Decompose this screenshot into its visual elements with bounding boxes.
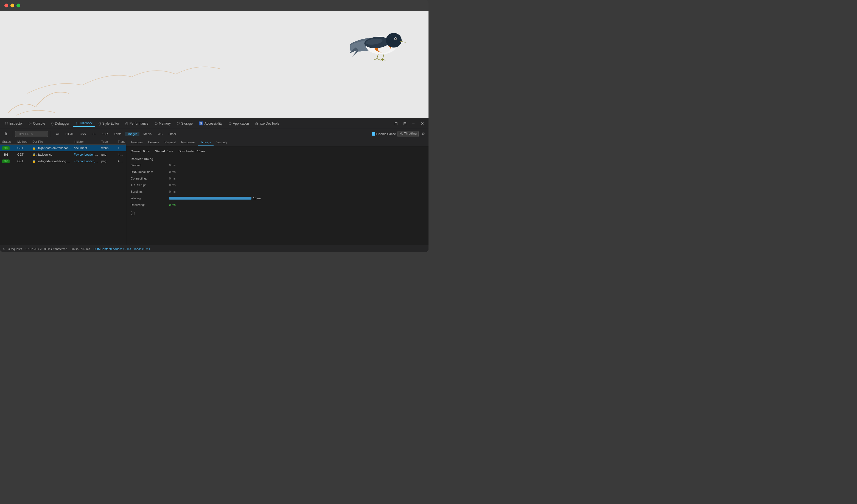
col-method: Method — [16, 139, 31, 145]
filter-html[interactable]: HTML — [63, 132, 76, 136]
started-time: Started: 0 ms — [155, 150, 173, 153]
filter-images[interactable]: Images — [125, 132, 139, 136]
cell-initiator: FaviconLoader.jsm:1… — [73, 152, 100, 157]
more-button[interactable]: ··· — [410, 120, 418, 128]
check-icon: ✓ — [372, 133, 375, 135]
dom-content-loaded[interactable]: DOMContentLoaded: 19 ms — [93, 247, 131, 251]
cell-type: png — [100, 152, 117, 157]
accessibility-icon: ♿ — [199, 121, 203, 125]
cell-status: 302 — [1, 152, 16, 157]
filter-css[interactable]: CSS — [78, 132, 88, 136]
status-badge: 200 — [2, 146, 10, 150]
table-header: Status Method Domain File Initiator Type… — [0, 139, 126, 145]
svg-point-9 — [396, 38, 397, 39]
debugger-icon: {} — [51, 121, 53, 125]
timing-value: 0 ms — [169, 177, 176, 180]
devtools-tabbar: ⬡ Inspector ▷ Console {} Debugger ↑↓ Net… — [0, 118, 428, 129]
tab-headers[interactable]: Headers — [129, 139, 146, 146]
close-devtools-button[interactable]: ✕ — [419, 120, 426, 128]
tab-security[interactable]: Security — [214, 139, 230, 146]
filter-xhr[interactable]: XHR — [99, 132, 110, 136]
timing-row-blocked: Blocked: 0 ms — [131, 163, 424, 168]
load-time[interactable]: load: 45 ms — [134, 247, 150, 251]
lock-icon: 🔒 — [32, 159, 37, 163]
timing-value: 0 ms — [169, 190, 176, 193]
network-toolbar-right: ✓ Disable Cache No Throttling ⚙ — [372, 131, 426, 137]
tab-debugger[interactable]: {} Debugger — [48, 120, 72, 127]
table-row[interactable]: 302 GET 🔒 d88nnwyj5756q.cloudfront.net f… — [0, 151, 126, 158]
status-badge: 302 — [2, 153, 10, 156]
filter-media[interactable]: Media — [141, 132, 154, 136]
tab-network[interactable]: ↑↓ Network — [73, 120, 95, 127]
cell-status: 200 — [1, 159, 16, 164]
cell-type: webp — [100, 146, 117, 150]
table-row[interactable]: 200 GET 🔒 d88nnwyj5756q.cloudfront.net w… — [0, 158, 126, 165]
tab-console[interactable]: ▷ Console — [26, 120, 48, 127]
table-row[interactable]: 200 GET 🔒 d88nnwyj5756q.cloudfront.net f… — [0, 145, 126, 151]
console-icon: ▷ — [29, 121, 32, 125]
timing-summary: Queued: 0 ms Started: 0 ms Downloaded: 1… — [131, 150, 424, 153]
help-icon[interactable]: ⓘ — [131, 211, 424, 216]
timing-row-waiting: Waiting: 16 ms — [131, 196, 424, 201]
cell-method: GET — [16, 152, 31, 157]
minimize-button[interactable] — [11, 3, 14, 7]
col-transferred: Transferred — [117, 139, 125, 145]
initiator-link[interactable]: FaviconLoader.jsm:1… — [74, 153, 100, 156]
initiator-link[interactable]: FaviconLoader.jsm:1… — [74, 159, 100, 163]
tab-performance[interactable]: ◷ Performance — [122, 120, 151, 127]
disable-cache-checkbox[interactable]: ✓ — [372, 132, 375, 136]
titlebar — [0, 0, 428, 11]
lock-icon: 🔒 — [32, 153, 37, 156]
timing-row-tls: TLS Setup: 0 ms — [131, 183, 424, 187]
cell-method: GET — [16, 146, 31, 150]
close-button[interactable] — [4, 3, 8, 7]
maximize-button[interactable] — [16, 3, 20, 7]
col-domain: Domain — [31, 139, 37, 145]
filter-js[interactable]: JS — [90, 132, 98, 136]
svg-point-8 — [395, 38, 397, 39]
bird-illustration — [350, 21, 412, 66]
tab-accessibility[interactable]: ♿ Accessibility — [196, 120, 225, 127]
gear-button[interactable]: ⚙ — [420, 131, 426, 137]
filter-input[interactable] — [15, 131, 48, 137]
timing-bar-area: 16 ms — [169, 197, 424, 200]
detail-tabs: Headers Cookies Request Response Timings… — [126, 139, 428, 146]
finish-time: Finish: 702 ms — [70, 247, 90, 251]
tab-storage[interactable]: ⬡ Storage — [174, 120, 196, 127]
timing-label: Sending: — [131, 190, 169, 193]
disable-cache-label[interactable]: ✓ Disable Cache — [372, 132, 396, 136]
separator2 — [51, 131, 51, 137]
lock-icon: 🔒 — [32, 146, 37, 150]
cell-domain: 🔒 d88nnwyj5756q.cloudfront.net — [31, 152, 37, 157]
filter-fonts[interactable]: Fonts — [112, 132, 124, 136]
timing-value: 0 ms — [169, 203, 176, 206]
timing-row-receiving: Receiving: 0 ms — [131, 202, 424, 207]
undock-button[interactable]: ⊞ — [401, 120, 409, 128]
col-file: File — [37, 139, 73, 145]
tab-timings[interactable]: Timings — [198, 139, 214, 146]
timing-section-title: Request Timing — [131, 157, 424, 161]
filter-ws[interactable]: WS — [155, 132, 165, 136]
cell-initiator: FaviconLoader.jsm:1… — [73, 159, 100, 164]
throttle-select[interactable]: No Throttling — [398, 131, 419, 137]
filter-all[interactable]: All — [54, 132, 62, 136]
timing-label: Waiting: — [131, 197, 169, 200]
tab-inspector[interactable]: ⬡ Inspector — [2, 120, 26, 127]
timing-value: 0 ms — [169, 183, 176, 187]
clear-button[interactable]: 🗑 — [2, 130, 9, 137]
tab-request[interactable]: Request — [162, 139, 179, 146]
tab-style-editor[interactable]: {} Style Editor — [96, 120, 122, 127]
tab-application[interactable]: ⬡ Application — [225, 120, 252, 127]
tab-cookies[interactable]: Cookies — [146, 139, 162, 146]
dock-button[interactable]: ⊡ — [392, 120, 400, 128]
timing-label: DNS Resolution: — [131, 170, 169, 173]
tab-memory[interactable]: ⬡ Memory — [152, 120, 173, 127]
filter-other[interactable]: Other — [166, 132, 179, 136]
timing-bar-area: 0 ms — [169, 164, 424, 167]
tab-response[interactable]: Response — [179, 139, 198, 146]
timing-row-connecting: Connecting: 0 ms — [131, 176, 424, 181]
tab-axe-devtools[interactable]: ◑ axe DevTools — [252, 120, 282, 127]
performance-icon: ◷ — [125, 121, 128, 125]
inspector-icon: ⬡ — [5, 121, 8, 125]
table-body: 200 GET 🔒 d88nnwyj5756q.cloudfront.net f… — [0, 145, 126, 245]
